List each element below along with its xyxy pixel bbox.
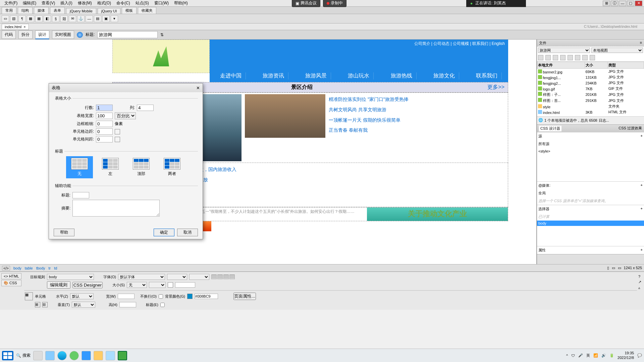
sync-settings-icon[interactable]: ⊞	[603, 1, 610, 6]
panel-menu-icon[interactable]: ≡	[640, 41, 642, 46]
bgcolor-swatch[interactable]	[187, 294, 193, 299]
tray-security-icon[interactable]: 🛡	[571, 354, 575, 358]
head-icon[interactable]: ◧	[44, 15, 51, 22]
promo-banner[interactable]: 关于推动文化产业	[367, 207, 508, 221]
summary-input[interactable]	[72, 200, 160, 217]
tab-jquery-ui[interactable]: jQuery UI	[98, 8, 120, 14]
maximize-button[interactable]: ▢	[627, 1, 634, 6]
browser-preview-icon[interactable]	[77, 32, 83, 38]
file-management-icon[interactable]: ⇅	[160, 33, 164, 37]
file-row[interactable]: style文件夹	[537, 104, 644, 109]
news-list[interactable]: 精准防控落实到位 "家门口"旅游受热捧共树文明风尚 共享文明旅游一顶帐篷一片天 …	[329, 94, 506, 161]
font-weight-select[interactable]	[189, 274, 209, 280]
merge-cells-icon[interactable]: ⊞	[35, 302, 40, 307]
tag-body[interactable]: body	[13, 266, 21, 270]
files-panel-title[interactable]: 文件	[539, 41, 546, 46]
dreamweaver-icon[interactable]	[118, 351, 127, 360]
menu-commands[interactable]: 命令(C)	[114, 0, 133, 7]
browser-icon[interactable]	[69, 351, 79, 360]
dialog-close-icon[interactable]: ✕	[196, 85, 200, 90]
page-properties-button[interactable]: 页面属性...	[233, 293, 256, 300]
site-top-links[interactable]: 公司简介 | 公司动态 | 公司规模 | 联系我们 | English	[210, 40, 508, 50]
all-sources[interactable]: 所有源	[537, 140, 644, 148]
align-right-icon[interactable]	[223, 275, 229, 279]
media-icon[interactable]: ▦	[27, 15, 34, 22]
file-row[interactable]: logo.gif7KBGIF 文件	[537, 86, 644, 92]
close-tab-icon[interactable]: ×	[23, 25, 25, 29]
meeting-app-indicator[interactable]: ▣腾讯会议	[292, 0, 320, 7]
text-color-swatch[interactable]	[168, 282, 173, 288]
html-mode-button[interactable]: <> HTML	[1, 273, 21, 279]
more-link[interactable]: 更多>>	[487, 84, 504, 91]
split-cell-icon[interactable]: ⊟	[42, 302, 48, 307]
recording-indicator[interactable]: 录制中	[323, 0, 346, 7]
collapse-inspector-icon[interactable]: ▵	[638, 286, 641, 290]
css-designer-tab[interactable]: CSS 设计器	[539, 126, 561, 131]
add-source-icon[interactable]: +	[641, 134, 643, 139]
tag-table[interactable]: table	[25, 266, 33, 270]
connect-icon[interactable]	[538, 55, 543, 60]
div-icon[interactable]: ▭	[2, 15, 9, 22]
design-canvas[interactable]: 公司简介 | 公司动态 | 公司规模 | 联系我们 | English 走进中国…	[0, 40, 537, 264]
cellspacing-input[interactable]	[96, 136, 113, 142]
border-input[interactable]	[96, 121, 113, 127]
body-selector[interactable]: body	[537, 221, 644, 226]
folder-icon[interactable]	[94, 351, 103, 360]
header-left-option[interactable]: 左	[97, 156, 124, 178]
close-button[interactable]: ✕	[635, 1, 642, 6]
css-transitions-tab[interactable]: CSS 过渡效果	[619, 126, 642, 131]
meeting-app-icon[interactable]	[82, 351, 91, 360]
css-designer-button[interactable]: CSS Designer	[72, 282, 103, 288]
sync-icon[interactable]	[582, 55, 588, 60]
date-icon[interactable]: ▤	[94, 15, 101, 22]
taskbar-search[interactable]: 🔍搜索	[16, 353, 31, 358]
task-view-icon[interactable]	[33, 351, 43, 360]
tray-wifi-icon[interactable]: 📶	[593, 353, 598, 358]
site-select[interactable]: 旅游网	[538, 48, 590, 53]
system-clock[interactable]: 19:352022/12/8	[618, 351, 634, 360]
table-icon[interactable]: ▦	[35, 15, 43, 22]
height-cell-input[interactable]	[119, 302, 136, 307]
info-icon[interactable]: ⓘ	[611, 1, 618, 6]
global-media[interactable]: 全局	[537, 189, 644, 197]
desktop-size-icon[interactable]: ▭	[618, 266, 621, 270]
help-button[interactable]: 帮助	[54, 229, 74, 236]
add-selector-icon[interactable]: +	[641, 206, 643, 212]
put-icon[interactable]	[560, 55, 566, 60]
quick-tag-icon[interactable]: ↗	[638, 280, 641, 284]
text-color-input[interactable]	[175, 282, 195, 288]
design-view-button[interactable]: 设计	[35, 31, 49, 39]
font-style-select[interactable]	[167, 274, 187, 280]
menu-edit[interactable]: 编辑(E)	[20, 0, 39, 7]
menu-view[interactable]: 查看(V)	[39, 0, 58, 7]
tag-td[interactable]: td	[54, 266, 57, 270]
anchor-icon[interactable]: ⚓	[77, 15, 85, 22]
notepad-icon[interactable]	[106, 351, 115, 360]
email-link-icon[interactable]: ✉	[69, 15, 76, 22]
menu-modify[interactable]: 修改(M)	[75, 0, 95, 7]
target-rule-select[interactable]: body	[47, 274, 94, 280]
tab-forms[interactable]: 表单	[50, 7, 65, 14]
menu-site[interactable]: 站点(S)	[133, 0, 152, 7]
tablet-size-icon[interactable]: ▭	[612, 266, 615, 270]
header-checkbox[interactable]	[160, 303, 165, 307]
align-left-icon[interactable]	[211, 275, 217, 279]
align-justify-icon[interactable]	[229, 275, 235, 279]
view-select[interactable]: 本地视图	[591, 48, 643, 53]
window-size[interactable]: 1241 x 525	[624, 266, 642, 270]
menu-file[interactable]: 文件(F)	[2, 0, 20, 7]
menu-help[interactable]: 帮助(H)	[171, 0, 191, 7]
add-media-icon[interactable]: +	[641, 183, 643, 188]
menu-window[interactable]: 窗口(W)	[152, 0, 171, 7]
edge-icon[interactable]	[57, 351, 67, 360]
tag-tbody[interactable]: tbody	[36, 266, 45, 270]
site-logo[interactable]	[112, 40, 210, 73]
minimize-button[interactable]: —	[619, 1, 626, 6]
checkout-icon[interactable]	[568, 55, 573, 60]
header-both-option[interactable]: 两者	[159, 156, 185, 178]
tab-templates[interactable]: 模板	[122, 7, 137, 14]
width-unit-select[interactable]: 百分比	[115, 112, 136, 119]
tab-structure[interactable]: 结构	[18, 7, 33, 14]
document-tab[interactable]: index.html×	[2, 24, 29, 30]
width-input[interactable]	[96, 113, 113, 119]
